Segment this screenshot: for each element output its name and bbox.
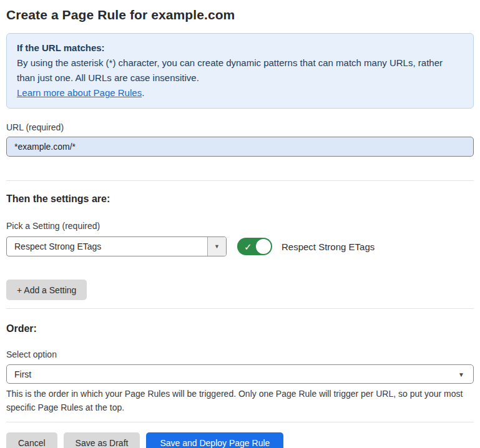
order-select-label: Select option: [6, 349, 474, 359]
footer-button-row: Cancel Save as Draft Save and Deploy Pag…: [6, 432, 474, 448]
toggle-knob: [256, 239, 271, 254]
settings-section-heading: Then the settings are:: [6, 193, 474, 205]
setting-select-value: Respect Strong ETags: [7, 237, 207, 256]
footer-divider: [6, 422, 474, 422]
section-divider: [6, 308, 474, 309]
order-select-value: First: [14, 369, 31, 379]
order-help-text: This is the order in which your Page Rul…: [6, 387, 468, 414]
info-box-heading: If the URL matches:: [17, 41, 463, 56]
respect-strong-etags-toggle[interactable]: ✓: [237, 238, 272, 255]
cancel-button[interactable]: Cancel: [6, 432, 57, 448]
url-field-label: URL (required): [6, 122, 474, 132]
info-box-link-line: Learn more about Page Rules.: [17, 85, 463, 100]
check-icon: ✓: [244, 242, 252, 251]
url-match-info-box: If the URL matches: By using the asteris…: [6, 33, 474, 109]
order-select[interactable]: First ▼: [6, 364, 474, 384]
link-suffix: .: [142, 87, 144, 98]
info-box-body: By using the asterisk (*) character, you…: [17, 56, 463, 85]
toggle-label: Respect Strong ETags: [282, 241, 375, 252]
order-section-heading: Order:: [6, 323, 474, 334]
page-title: Create a Page Rule for example.com: [6, 7, 474, 22]
setting-select[interactable]: Respect Strong ETags ▼: [6, 236, 227, 256]
section-divider: [6, 180, 474, 181]
save-as-draft-button[interactable]: Save as Draft: [64, 432, 140, 448]
save-and-deploy-button[interactable]: Save and Deploy Page Rule: [146, 432, 283, 448]
setting-select-arrow-button[interactable]: ▼: [207, 237, 226, 256]
dropdown-arrow-icon: ▼: [214, 243, 220, 250]
pick-setting-label: Pick a Setting (required): [6, 221, 474, 231]
chevron-down-icon: ▼: [458, 371, 464, 377]
url-input[interactable]: [6, 137, 474, 157]
add-setting-button[interactable]: + Add a Setting: [6, 280, 87, 300]
setting-row: Respect Strong ETags ▼ ✓ Respect Strong …: [6, 236, 474, 256]
learn-more-link[interactable]: Learn more about Page Rules: [17, 87, 142, 98]
